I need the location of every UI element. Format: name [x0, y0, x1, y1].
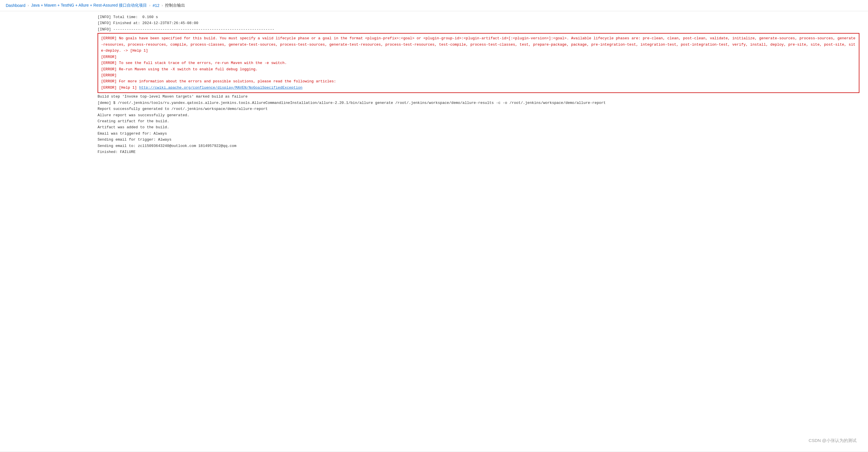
info-line-1: [INFO] Total time: 0.160 s: [98, 15, 158, 19]
post-line-3: Report successfully generated to /root/.…: [98, 107, 268, 111]
breadcrumb-sep-3: ›: [161, 3, 163, 7]
error-help-link[interactable]: http://cwiki.apache.org/confluence/displ…: [139, 86, 303, 90]
post-line-10: Finished: FAILURE: [98, 150, 136, 154]
error-line-7: [ERROR] [Help 1] http://cwiki.apache.org…: [101, 86, 303, 90]
breadcrumb-project[interactable]: Java + Maven + TestNG + Allure + Rest-As…: [31, 3, 147, 8]
error-line-2: [ERROR]: [101, 55, 117, 59]
post-line-7: Email was triggered for: Always: [98, 131, 167, 136]
post-line-4: Allure report was successfully generated…: [98, 113, 189, 117]
watermark: CSDN @小张认为的测试: [809, 438, 857, 443]
post-line-2: [demo] $ /root/.jenkins/tools/ru.yandex.…: [98, 101, 606, 105]
error-line-3: [ERROR] To see the full stack trace of t…: [101, 61, 287, 65]
breadcrumb-current: 控制台输出: [165, 3, 185, 8]
post-line-9: Sending email to: zcl15093643240@outlook…: [98, 144, 237, 148]
error-line-5: [ERROR]: [101, 73, 117, 78]
error-line-4: [ERROR] Re-run Maven using the -X switch…: [101, 67, 258, 71]
error-line-1: [ERROR] No goals have been specified for…: [101, 36, 856, 53]
breadcrumb-build[interactable]: #12: [153, 3, 159, 8]
post-line-5: Creating artifact for the build.: [98, 119, 169, 123]
error-line-6: [ERROR] For more information about the e…: [101, 79, 336, 84]
error-block: [ERROR] No goals have been specified for…: [98, 33, 859, 93]
post-line-6: Artifact was added to the build.: [98, 125, 169, 129]
breadcrumb-dashboard[interactable]: Dashboard: [6, 3, 26, 8]
info-line-2: [INFO] Finished at: 2024-12-23T07:26:45-…: [98, 21, 198, 25]
console-pre: [INFO] Total time: 0.160 s [INFO] Finish…: [98, 14, 859, 32]
post-error-content: Build step 'Invoke top-level Maven targe…: [98, 94, 859, 155]
breadcrumb: Dashboard › Java + Maven + TestNG + Allu…: [0, 0, 868, 11]
info-line-3: [INFO] ---------------------------------…: [98, 27, 274, 32]
console-output: [INFO] Total time: 0.160 s [INFO] Finish…: [0, 11, 868, 164]
breadcrumb-sep-1: ›: [28, 3, 29, 7]
breadcrumb-sep-2: ›: [149, 3, 150, 7]
main-content: [INFO] Total time: 0.160 s [INFO] Finish…: [0, 11, 868, 451]
post-line-1: Build step 'Invoke top-level Maven targe…: [98, 94, 248, 99]
error-block-content: [ERROR] No goals have been specified for…: [101, 35, 856, 91]
post-line-8: Sending email for trigger: Always: [98, 138, 171, 142]
